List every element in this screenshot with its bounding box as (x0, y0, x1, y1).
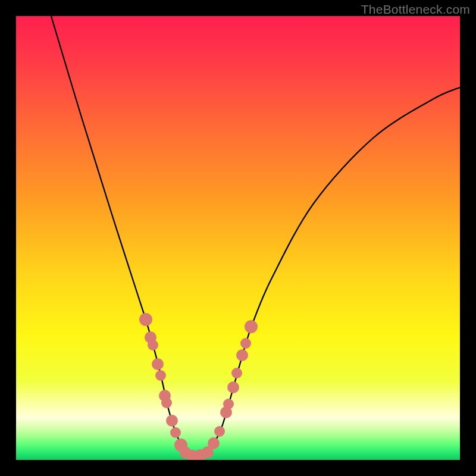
chart-area (16, 16, 460, 460)
watermark-text: TheBottleneck.com (361, 2, 470, 17)
data-marker (208, 437, 220, 449)
data-marker (161, 397, 172, 408)
right-branch-curve (195, 87, 460, 456)
curve-layer (16, 16, 460, 460)
data-marker (166, 415, 178, 427)
data-marker (170, 427, 181, 438)
data-marker (240, 338, 251, 349)
data-marker (214, 426, 225, 437)
data-marker (139, 313, 152, 326)
data-marker (148, 340, 158, 350)
left-branch-curve (51, 16, 195, 456)
data-marker (236, 349, 248, 361)
data-marker (227, 381, 239, 393)
data-marker (231, 368, 242, 378)
data-marker (223, 399, 234, 409)
data-marker (245, 320, 258, 333)
data-marker (155, 370, 166, 381)
data-marker (152, 358, 164, 370)
marker-group (139, 313, 258, 460)
